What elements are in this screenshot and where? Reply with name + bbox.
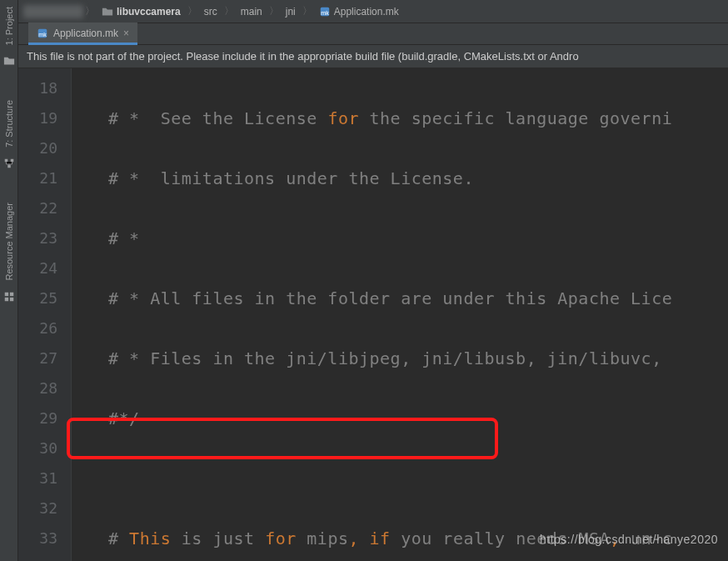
tab-active-indicator [28,43,137,45]
code-line: # * Files in the jni/libjpeg, jni/libusb… [108,343,728,373]
breadcrumb[interactable]: mk Application.mk [314,6,404,18]
tool-window-bar: 1: Project 7: Structure Resource Manager [0,0,18,561]
tool-tab-project[interactable]: 1: Project [2,0,16,52]
code-line [108,463,728,493]
svg-rect-5 [4,298,7,301]
svg-rect-1 [10,159,13,163]
tab-application-mk[interactable]: mk Application.mk × [28,23,137,44]
code-line: #*/ [108,403,728,433]
gutter: 18 19 20 21 22 23 24 25 26 27 28 29 30 3… [18,68,72,561]
code-line: # * All files in the folder are under th… [108,283,728,313]
editor-tabs: mk Application.mk × [18,23,728,45]
close-icon[interactable]: × [123,28,129,39]
code-line: # * limitations under the License. [108,163,728,193]
watermark: https://blog.csdn.net/hanye2020 [540,524,718,554]
chevron-right-icon: 〉 [267,4,281,18]
code-area[interactable]: # * See the License for the specific lan… [72,68,728,561]
code-line: # * See the License for the specific lan… [108,103,728,133]
svg-rect-2 [7,165,11,168]
folder-icon [3,55,15,67]
breadcrumb[interactable]: src [199,6,222,18]
resource-icon [3,291,15,303]
svg-rect-4 [9,293,12,296]
structure-icon [3,158,15,169]
chevron-right-icon: 〉 [301,4,314,18]
folder-icon [102,6,113,18]
breadcrumb-bar: xx 〉 libuvccamera 〉 src 〉 main 〉 jni 〉 m… [18,0,728,23]
svg-text:mk: mk [38,32,47,38]
tab-label: Application.mk [53,28,118,39]
breadcrumb[interactable]: jni [281,6,301,18]
file-not-in-project-banner: This file is not part of the project. Pl… [18,45,728,68]
editor[interactable]: 18 19 20 21 22 23 24 25 26 27 28 29 30 3… [18,68,728,561]
project-name-blurred: xx [23,5,83,18]
svg-rect-6 [9,298,12,301]
chevron-right-icon: 〉 [186,4,199,18]
tool-tab-structure[interactable]: 7: Structure [2,93,16,154]
chevron-right-icon: 〉 [222,4,236,18]
svg-rect-0 [4,159,7,163]
breadcrumb[interactable]: main [236,6,267,18]
chevron-right-icon: 〉 [83,4,97,18]
makefile-icon: mk [319,6,331,18]
code-line: # * [108,223,728,253]
breadcrumb[interactable]: libuvccamera [97,6,186,18]
tool-tab-resource-manager[interactable]: Resource Manager [2,196,16,288]
svg-text:mk: mk [321,9,329,15]
svg-rect-3 [4,293,7,296]
makefile-icon: mk [37,28,48,39]
